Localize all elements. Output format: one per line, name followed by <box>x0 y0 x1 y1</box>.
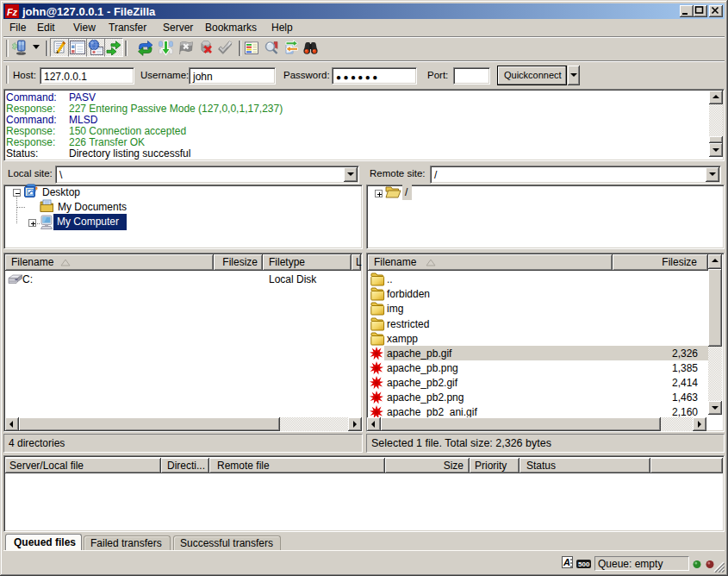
svg-text:Fz: Fz <box>7 7 18 17</box>
